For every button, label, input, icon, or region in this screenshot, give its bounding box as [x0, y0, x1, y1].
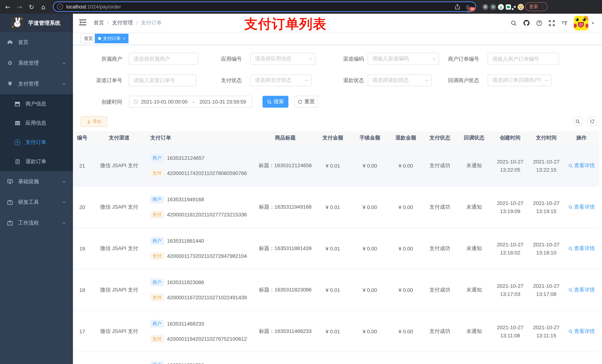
app-no-select[interactable]: 请选择应用信息: [250, 53, 315, 65]
breadcrumb-home[interactable]: 首页: [94, 20, 104, 26]
extension-recorder-icon[interactable]: [490, 4, 496, 10]
range-separator: -: [193, 99, 194, 104]
column-header: 编号: [73, 135, 97, 141]
extension-y-icon[interactable]: y: [498, 4, 504, 10]
browser-menu-icon[interactable]: ⋮: [540, 4, 545, 9]
notify-status-select[interactable]: 请选择订单回调商户状态: [488, 74, 551, 86]
merchant-filter-label: 所属商户: [81, 53, 122, 65]
export-button[interactable]: 导出: [81, 116, 107, 127]
channel-code-select[interactable]: 请输入渠道编码: [368, 53, 439, 65]
sidebar-item-pay-order[interactable]: ¥ 支付订单: [0, 133, 73, 152]
column-header: 创建时间: [492, 135, 529, 141]
yen-icon: ¥: [7, 81, 13, 87]
font-size-icon[interactable]: TT: [562, 14, 567, 32]
store-icon: [14, 101, 21, 107]
grid-icon: [14, 120, 21, 126]
browser-reload-icon[interactable]: ↻: [27, 0, 36, 14]
fullscreen-icon[interactable]: [549, 14, 555, 32]
sidebar-item-refund-order[interactable]: 退款订单: [0, 152, 73, 171]
sidebar-item-infrastructure[interactable]: 基础设施: [0, 171, 73, 192]
merchant-tag: 商户: [150, 196, 164, 203]
document-icon: [14, 159, 21, 165]
chevron-down-icon: [304, 78, 308, 82]
site-info-icon[interactable]: i: [57, 4, 63, 10]
merchant-filter-input[interactable]: [129, 53, 198, 65]
merchant-tag: 商户: [150, 320, 164, 327]
view-detail-link[interactable]: 查看详情: [568, 287, 595, 293]
pay-status-select[interactable]: 请选择支付状态: [250, 74, 311, 86]
refund-status-select[interactable]: 请选择退款状态: [368, 74, 432, 86]
table-row: 18 微信 JSAPI 支付 商户1635311823086 支付4200001…: [73, 269, 599, 311]
sidebar-item-dev-tools[interactable]: 研发工具: [0, 192, 73, 213]
avatar-caret-icon[interactable]: ▾: [592, 14, 594, 32]
close-icon[interactable]: ×: [123, 36, 125, 41]
help-icon[interactable]: [536, 14, 542, 32]
column-header: 商品标题: [256, 135, 314, 141]
tags-view-bar: 首页 支付订单 ×: [73, 32, 602, 45]
sidebar-item-merchant-info[interactable]: 商户信息: [0, 94, 73, 114]
avatar[interactable]: [574, 16, 588, 30]
extension-command-icon[interactable]: ⌘: [483, 4, 488, 10]
browser-back-icon[interactable]: ←: [3, 0, 13, 14]
column-header: 手续金额: [351, 135, 388, 141]
address-bar[interactable]: i localhost:1024/pay/order ☆: [53, 1, 476, 12]
merchant-order-no-input[interactable]: [488, 53, 559, 65]
chevron-down-icon: [544, 78, 548, 82]
chevron-down-icon: [308, 57, 312, 61]
browser-home-icon[interactable]: ⌂: [39, 0, 48, 14]
table-row: 19 微信 JSAPI 支付 商户1635311881440 支付4200001…: [73, 228, 599, 269]
share-icon[interactable]: [454, 4, 460, 10]
create-time-filter-label: 创建时间: [81, 96, 122, 108]
table-search-icon[interactable]: [573, 116, 583, 126]
sidebar-toggle-icon[interactable]: [79, 19, 86, 26]
table-row: 商户1635311351736 支付: [73, 352, 599, 364]
top-navbar: 首页 / 支付管理 / 支付订单 支付订单列表 TT ▾: [73, 14, 602, 32]
channel-order-no-filter-label: 渠道订单号: [81, 74, 122, 86]
pay-tag: 支付: [150, 211, 164, 218]
sidebar-item-app-info[interactable]: 应用信息: [0, 114, 73, 133]
view-detail-link[interactable]: 查看详情: [568, 245, 595, 252]
pay-status-filter-label: 支付状态: [200, 74, 242, 86]
sidebar-item-system[interactable]: ⚙ 系统管理: [0, 53, 73, 74]
table-row: 17 微信 JSAPI 支付 商户1635311468233 支付4200001…: [73, 311, 599, 352]
column-header: 回调状态: [456, 135, 492, 141]
refund-status-filter-label: 退款状态: [322, 74, 364, 86]
chevron-down-icon: [62, 221, 66, 225]
range-start: 2021-10-01 00:00:00: [141, 99, 188, 104]
column-header: 支付状态: [423, 135, 456, 141]
chevron-down-icon: [62, 61, 66, 65]
view-detail-link[interactable]: 查看详情: [568, 162, 595, 169]
chevron-up-icon: [62, 82, 66, 86]
browser-forward-icon[interactable]: →: [15, 0, 24, 14]
merchant-tag: 商户: [150, 361, 164, 364]
chevron-down-icon: [62, 200, 66, 205]
sidebar-item-payment[interactable]: ¥ 支付管理: [0, 74, 73, 94]
sidebar: 芋道管理系统 首页 ⚙ 系统管理 ¥ 支付管理: [0, 14, 73, 364]
merchant-tag: 商户: [150, 279, 164, 286]
create-time-range-picker[interactable]: 2021-10-01 00:00:00 - 2021-10-31 23:59:5…: [129, 96, 252, 108]
sidebar-item-workflow[interactable]: 工作流程: [0, 213, 73, 233]
app-no-filter-label: 应用编号: [200, 53, 242, 65]
chevron-down-icon: [425, 78, 429, 82]
app-logo[interactable]: 芋道管理系统: [0, 14, 73, 32]
table-row: 20 微信 JSAPI 支付 商户1635311949168 支付4200001…: [73, 187, 599, 228]
github-icon[interactable]: [523, 14, 530, 32]
extension-emoji-icon[interactable]: [517, 4, 524, 10]
table-refresh-icon[interactable]: [587, 116, 597, 126]
view-detail-link[interactable]: 查看详情: [568, 328, 595, 335]
tab-pay-order[interactable]: 支付订单 ×: [95, 34, 129, 43]
search-icon[interactable]: [511, 14, 517, 32]
column-header: 支付订单: [141, 131, 256, 145]
update-button[interactable]: 更新 ⋮: [525, 2, 548, 11]
search-button[interactable]: 搜索: [262, 96, 288, 108]
channel-order-no-input[interactable]: [129, 74, 196, 86]
reset-button[interactable]: 重置: [294, 96, 318, 108]
column-header: 操作: [564, 135, 599, 141]
view-detail-link[interactable]: 查看详情: [568, 204, 595, 210]
breadcrumb-payment[interactable]: 支付管理: [112, 20, 133, 26]
extension-chat-icon[interactable]: [506, 4, 511, 10]
sidebar-item-home[interactable]: 首页: [0, 32, 73, 53]
breadcrumb: 首页 / 支付管理 / 支付订单: [94, 14, 162, 32]
active-tab-dot: [98, 37, 101, 40]
tab-home[interactable]: 首页: [81, 34, 96, 43]
